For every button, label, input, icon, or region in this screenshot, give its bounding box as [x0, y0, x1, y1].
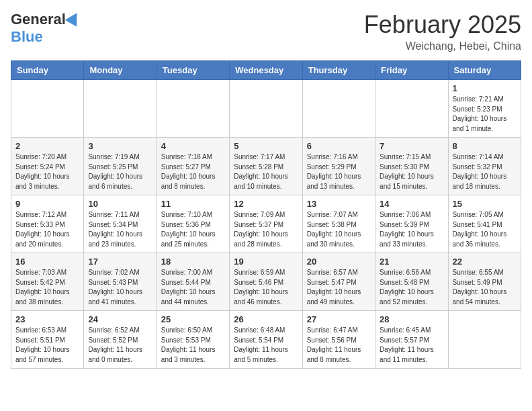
calendar-cell: 28Sunrise: 6:45 AM Sunset: 5:57 PM Dayli… [375, 311, 448, 369]
day-info: Sunrise: 7:16 AM Sunset: 5:29 PM Dayligh… [307, 152, 371, 191]
day-number: 22 [453, 257, 517, 267]
calendar-cell: 13Sunrise: 7:07 AM Sunset: 5:38 PM Dayli… [302, 195, 375, 253]
day-number: 19 [234, 257, 298, 267]
day-info: Sunrise: 7:02 AM Sunset: 5:43 PM Dayligh… [88, 268, 152, 307]
day-number: 21 [380, 257, 443, 267]
day-number: 24 [88, 314, 152, 324]
calendar-cell: 14Sunrise: 7:06 AM Sunset: 5:39 PM Dayli… [375, 195, 448, 253]
calendar-week-row: 1Sunrise: 7:21 AM Sunset: 5:23 PM Daylig… [11, 80, 521, 138]
calendar-cell: 24Sunrise: 6:52 AM Sunset: 5:52 PM Dayli… [84, 311, 157, 369]
day-info: Sunrise: 6:47 AM Sunset: 5:56 PM Dayligh… [307, 326, 371, 365]
day-number: 2 [15, 141, 79, 151]
calendar-cell: 9Sunrise: 7:12 AM Sunset: 5:33 PM Daylig… [11, 195, 84, 253]
day-info: Sunrise: 7:00 AM Sunset: 5:44 PM Dayligh… [161, 268, 225, 307]
day-info: Sunrise: 7:10 AM Sunset: 5:36 PM Dayligh… [161, 210, 225, 249]
calendar-cell: 17Sunrise: 7:02 AM Sunset: 5:43 PM Dayli… [84, 253, 157, 311]
day-info: Sunrise: 7:12 AM Sunset: 5:33 PM Dayligh… [15, 210, 79, 249]
calendar-cell: 12Sunrise: 7:09 AM Sunset: 5:37 PM Dayli… [230, 195, 302, 253]
calendar-week-row: 16Sunrise: 7:03 AM Sunset: 5:42 PM Dayli… [11, 253, 521, 311]
calendar-cell: 22Sunrise: 6:55 AM Sunset: 5:49 PM Dayli… [448, 253, 521, 311]
calendar-cell: 6Sunrise: 7:16 AM Sunset: 5:29 PM Daylig… [302, 138, 375, 195]
logo-general-text: General [11, 11, 66, 28]
calendar-cell: 5Sunrise: 7:17 AM Sunset: 5:28 PM Daylig… [230, 138, 302, 195]
calendar-cell [302, 80, 375, 138]
calendar-cell [448, 311, 521, 369]
day-number: 5 [234, 141, 298, 151]
day-info: Sunrise: 7:15 AM Sunset: 5:30 PM Dayligh… [380, 152, 443, 191]
day-number: 23 [15, 314, 79, 324]
calendar-cell: 8Sunrise: 7:14 AM Sunset: 5:32 PM Daylig… [448, 138, 521, 195]
day-info: Sunrise: 6:50 AM Sunset: 5:53 PM Dayligh… [161, 326, 225, 365]
day-info: Sunrise: 7:14 AM Sunset: 5:32 PM Dayligh… [453, 152, 517, 191]
day-number: 7 [380, 141, 443, 151]
day-number: 14 [380, 199, 443, 209]
calendar-day-header: Monday [84, 61, 157, 80]
day-info: Sunrise: 6:55 AM Sunset: 5:49 PM Dayligh… [453, 268, 517, 307]
day-number: 12 [234, 199, 298, 209]
day-number: 20 [307, 257, 371, 267]
day-number: 16 [15, 257, 79, 267]
calendar-cell: 2Sunrise: 7:20 AM Sunset: 5:24 PM Daylig… [11, 138, 84, 195]
day-info: Sunrise: 6:53 AM Sunset: 5:51 PM Dayligh… [15, 326, 79, 365]
day-info: Sunrise: 7:19 AM Sunset: 5:25 PM Dayligh… [88, 152, 152, 191]
calendar-cell [84, 80, 157, 138]
day-number: 17 [88, 257, 152, 267]
day-info: Sunrise: 7:07 AM Sunset: 5:38 PM Dayligh… [307, 210, 371, 249]
day-info: Sunrise: 6:56 AM Sunset: 5:48 PM Dayligh… [380, 268, 443, 307]
day-info: Sunrise: 7:03 AM Sunset: 5:42 PM Dayligh… [15, 268, 79, 307]
day-info: Sunrise: 7:20 AM Sunset: 5:24 PM Dayligh… [15, 152, 79, 191]
day-number: 1 [453, 83, 517, 93]
day-info: Sunrise: 6:45 AM Sunset: 5:57 PM Dayligh… [380, 326, 443, 365]
day-number: 13 [307, 199, 371, 209]
calendar-cell: 7Sunrise: 7:15 AM Sunset: 5:30 PM Daylig… [375, 138, 448, 195]
day-number: 28 [380, 314, 443, 324]
title-block: February 2025 Weichang, Hebei, China [364, 11, 521, 52]
calendar-day-header: Sunday [11, 61, 84, 80]
day-number: 8 [453, 141, 517, 151]
day-info: Sunrise: 6:48 AM Sunset: 5:54 PM Dayligh… [234, 326, 298, 365]
month-title: February 2025 [364, 11, 521, 39]
calendar-week-row: 9Sunrise: 7:12 AM Sunset: 5:33 PM Daylig… [11, 195, 521, 253]
calendar-week-row: 23Sunrise: 6:53 AM Sunset: 5:51 PM Dayli… [11, 311, 521, 369]
day-number: 25 [161, 314, 225, 324]
day-info: Sunrise: 7:21 AM Sunset: 5:23 PM Dayligh… [453, 95, 517, 134]
logo-blue-text: Blue [11, 28, 43, 46]
day-info: Sunrise: 6:59 AM Sunset: 5:46 PM Dayligh… [234, 268, 298, 307]
calendar-cell: 27Sunrise: 6:47 AM Sunset: 5:56 PM Dayli… [302, 311, 375, 369]
calendar-day-header: Saturday [448, 61, 521, 80]
calendar-cell: 10Sunrise: 7:11 AM Sunset: 5:34 PM Dayli… [84, 195, 157, 253]
day-info: Sunrise: 7:05 AM Sunset: 5:41 PM Dayligh… [453, 210, 517, 249]
calendar-cell: 1Sunrise: 7:21 AM Sunset: 5:23 PM Daylig… [448, 80, 521, 138]
day-number: 10 [88, 199, 152, 209]
calendar-table: SundayMondayTuesdayWednesdayThursdayFrid… [11, 60, 521, 369]
day-info: Sunrise: 6:57 AM Sunset: 5:47 PM Dayligh… [307, 268, 371, 307]
calendar-cell [375, 80, 448, 138]
location-title: Weichang, Hebei, China [364, 40, 521, 52]
calendar-cell: 15Sunrise: 7:05 AM Sunset: 5:41 PM Dayli… [448, 195, 521, 253]
calendar-day-header: Friday [375, 61, 448, 80]
calendar-cell: 25Sunrise: 6:50 AM Sunset: 5:53 PM Dayli… [157, 311, 229, 369]
day-number: 18 [161, 257, 225, 267]
day-number: 27 [307, 314, 371, 324]
page-header: General Blue February 2025 Weichang, Heb… [11, 11, 521, 52]
day-number: 4 [161, 141, 225, 151]
calendar-cell: 3Sunrise: 7:19 AM Sunset: 5:25 PM Daylig… [84, 138, 157, 195]
calendar-cell: 23Sunrise: 6:53 AM Sunset: 5:51 PM Dayli… [11, 311, 84, 369]
day-info: Sunrise: 7:11 AM Sunset: 5:34 PM Dayligh… [88, 210, 152, 249]
day-info: Sunrise: 6:52 AM Sunset: 5:52 PM Dayligh… [88, 326, 152, 365]
day-number: 26 [234, 314, 298, 324]
calendar-cell: 11Sunrise: 7:10 AM Sunset: 5:36 PM Dayli… [157, 195, 229, 253]
calendar-cell: 4Sunrise: 7:18 AM Sunset: 5:27 PM Daylig… [157, 138, 229, 195]
day-number: 6 [307, 141, 371, 151]
calendar-cell [157, 80, 229, 138]
calendar-week-row: 2Sunrise: 7:20 AM Sunset: 5:24 PM Daylig… [11, 138, 521, 195]
day-info: Sunrise: 7:06 AM Sunset: 5:39 PM Dayligh… [380, 210, 443, 249]
calendar-day-header: Wednesday [230, 61, 302, 80]
logo-triangle-icon [65, 9, 83, 27]
calendar-cell: 26Sunrise: 6:48 AM Sunset: 5:54 PM Dayli… [230, 311, 302, 369]
calendar-cell: 20Sunrise: 6:57 AM Sunset: 5:47 PM Dayli… [302, 253, 375, 311]
calendar-cell: 16Sunrise: 7:03 AM Sunset: 5:42 PM Dayli… [11, 253, 84, 311]
calendar-day-header: Tuesday [157, 61, 229, 80]
logo: General Blue [11, 11, 81, 46]
calendar-cell: 21Sunrise: 6:56 AM Sunset: 5:48 PM Dayli… [375, 253, 448, 311]
